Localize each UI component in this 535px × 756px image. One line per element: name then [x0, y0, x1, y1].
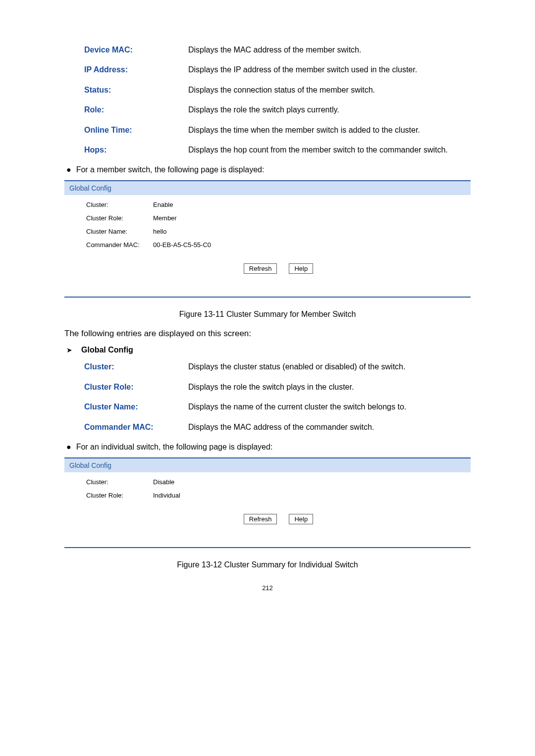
def-term: Device MAC:	[84, 45, 188, 55]
panel-row: Cluster Role: Individual	[86, 492, 471, 499]
intro-text: The following entries are displayed on t…	[64, 329, 471, 339]
def-term: Commander MAC:	[84, 422, 188, 433]
page-number: 212	[64, 584, 471, 592]
arrow-icon: ➤	[66, 346, 72, 354]
bullet-individual-switch: ● For an individual switch, the followin…	[64, 443, 471, 452]
figure-caption-1: Figure 13-11 Cluster Summary for Member …	[64, 310, 471, 319]
def-term: Role:	[84, 104, 188, 115]
def-term: Cluster Role:	[84, 382, 188, 393]
panel-value: Enable	[153, 201, 173, 208]
member-config-panel: Global Config Cluster: Enable Cluster Ro…	[64, 180, 471, 298]
panel-header: Global Config	[64, 458, 471, 472]
def-row: Cluster: Displays the cluster status (en…	[84, 361, 471, 372]
def-desc: Displays the role the switch plays in th…	[188, 382, 471, 393]
top-definitions: Device MAC: Displays the MAC address of …	[84, 45, 471, 155]
def-term: Status:	[84, 85, 188, 96]
panel-label: Cluster Role:	[86, 492, 153, 499]
panel-label: Cluster Name:	[86, 228, 153, 235]
def-row: Hops: Displays the hop count from the me…	[84, 145, 471, 155]
def-desc: Displays the cluster status (enabled or …	[188, 361, 471, 372]
def-desc: Displays the role the switch plays curre…	[188, 104, 471, 115]
def-row: Cluster Name: Displays the name of the c…	[84, 402, 471, 412]
def-row: IP Address: Displays the IP address of t…	[84, 64, 471, 75]
bullet-icon: ●	[66, 165, 71, 174]
panel-row: Cluster Role: Member	[86, 214, 471, 222]
def-term: Cluster:	[84, 361, 188, 372]
def-term: Online Time:	[84, 125, 188, 136]
panel-header: Global Config	[64, 181, 471, 195]
panel-value: hello	[153, 228, 166, 235]
def-desc: Displays the name of the current cluster…	[188, 402, 471, 412]
panel-label: Commander MAC:	[86, 241, 153, 249]
def-row: Status: Displays the connection status o…	[84, 85, 471, 96]
figure-caption-2: Figure 13-12 Cluster Summary for Individ…	[64, 560, 471, 569]
panel-body: Cluster: Disable Cluster Role: Individua…	[64, 472, 471, 547]
def-row: Online Time: Displays the time when the …	[84, 125, 471, 136]
panel-buttons: Refresh Help	[86, 263, 471, 274]
def-desc: Displays the connection status of the me…	[188, 85, 471, 96]
bullet-text: For a member switch, the following page …	[76, 165, 265, 174]
panel-value: 00-EB-A5-C5-55-C0	[153, 241, 211, 249]
def-term: Cluster Name:	[84, 402, 188, 412]
help-button[interactable]: Help	[289, 514, 313, 524]
panel-buttons: Refresh Help	[86, 514, 471, 524]
panel-row: Cluster: Disable	[86, 478, 471, 486]
panel-label: Cluster:	[86, 478, 153, 486]
def-desc: Displays the IP address of the member sw…	[188, 64, 471, 75]
panel-row: Cluster Name: hello	[86, 228, 471, 235]
def-row: Device MAC: Displays the MAC address of …	[84, 45, 471, 55]
def-row: Commander MAC: Displays the MAC address …	[84, 422, 471, 433]
panel-value: Disable	[153, 478, 174, 486]
mid-definitions: Cluster: Displays the cluster status (en…	[84, 361, 471, 433]
individual-config-panel: Global Config Cluster: Disable Cluster R…	[64, 457, 471, 548]
def-desc: Displays the time when the member switch…	[188, 125, 471, 136]
def-row: Cluster Role: Displays the role the swit…	[84, 382, 471, 393]
section-title: Global Config	[81, 346, 133, 354]
refresh-button[interactable]: Refresh	[244, 514, 277, 524]
bullet-text: For an individual switch, the following …	[76, 443, 273, 452]
def-row: Role: Displays the role the switch plays…	[84, 104, 471, 115]
global-config-section: ➤ Global Config	[64, 346, 471, 354]
def-desc: Displays the hop count from the member s…	[188, 145, 471, 155]
panel-row: Cluster: Enable	[86, 201, 471, 208]
refresh-button[interactable]: Refresh	[244, 263, 277, 274]
panel-value: Individual	[153, 492, 180, 499]
def-desc: Displays the MAC address of the member s…	[188, 45, 471, 55]
panel-body: Cluster: Enable Cluster Role: Member Clu…	[64, 195, 471, 297]
def-term: Hops:	[84, 145, 188, 155]
panel-label: Cluster:	[86, 201, 153, 208]
panel-row: Commander MAC: 00-EB-A5-C5-55-C0	[86, 241, 471, 249]
def-term: IP Address:	[84, 64, 188, 75]
def-desc: Displays the MAC address of the commande…	[188, 422, 471, 433]
help-button[interactable]: Help	[289, 263, 313, 274]
panel-value: Member	[153, 214, 177, 222]
panel-label: Cluster Role:	[86, 214, 153, 222]
bullet-member-switch: ● For a member switch, the following pag…	[64, 165, 471, 174]
bullet-icon: ●	[66, 443, 71, 452]
